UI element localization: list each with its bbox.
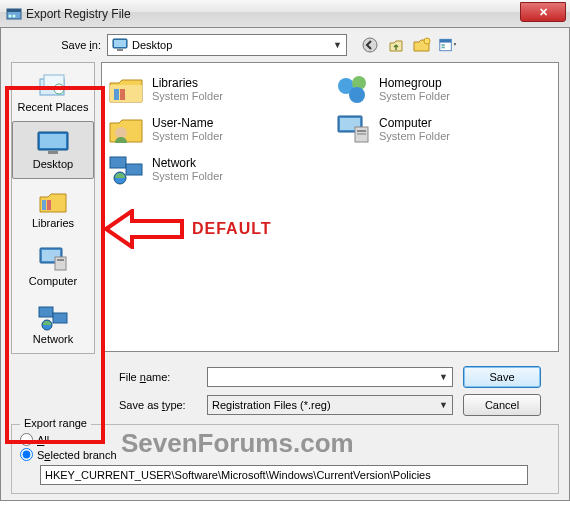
svg-rect-40 — [126, 164, 142, 175]
view-menu-button[interactable] — [439, 36, 457, 54]
svg-point-7 — [363, 38, 377, 52]
svg-rect-20 — [47, 200, 51, 210]
libraries-icon — [108, 73, 144, 105]
item-libraries[interactable]: LibrariesSystem Folder — [108, 73, 325, 105]
export-selected-radio[interactable]: Selected branch — [20, 448, 550, 461]
svg-rect-12 — [441, 47, 444, 49]
filename-label: File name: — [119, 371, 197, 383]
saveastype-label: Save as type: — [119, 399, 197, 411]
titlebar: Export Registry File ✕ — [0, 0, 570, 28]
svg-rect-17 — [40, 134, 66, 148]
places-bar: Recent Places Desktop Libraries Computer… — [11, 62, 95, 354]
file-list[interactable]: LibrariesSystem Folder HomegroupSystem F… — [101, 62, 559, 352]
save-in-row: Save in: Desktop ▼ — [1, 28, 569, 62]
svg-rect-26 — [53, 313, 67, 323]
save-in-value: Desktop — [132, 39, 172, 51]
chevron-down-icon: ▼ — [439, 372, 448, 382]
chevron-down-icon: ▼ — [333, 40, 342, 50]
item-homegroup[interactable]: HomegroupSystem Folder — [335, 73, 552, 105]
svg-point-32 — [349, 87, 365, 103]
item-computer[interactable]: ComputerSystem Folder — [335, 113, 552, 145]
svg-rect-38 — [357, 133, 366, 135]
svg-point-8 — [424, 38, 430, 44]
svg-rect-28 — [114, 89, 119, 100]
radio-selected[interactable] — [20, 448, 33, 461]
annotation-arrow: DEFAULT — [104, 209, 272, 249]
close-button[interactable]: ✕ — [520, 2, 566, 22]
svg-rect-24 — [57, 259, 64, 261]
branch-input[interactable]: HKEY_CURRENT_USER\Software\Microsoft\Win… — [40, 465, 528, 485]
svg-point-3 — [13, 14, 16, 17]
radio-all[interactable] — [20, 433, 33, 446]
save-in-combo[interactable]: Desktop ▼ — [107, 34, 347, 56]
svg-rect-39 — [110, 157, 126, 168]
libraries-icon — [37, 187, 69, 215]
export-all-radio[interactable]: All — [20, 433, 550, 446]
cancel-button[interactable]: Cancel — [463, 394, 541, 416]
toolbar — [361, 36, 457, 54]
filename-input[interactable]: ▼ — [207, 367, 453, 387]
svg-rect-37 — [357, 130, 366, 132]
place-desktop[interactable]: Desktop — [12, 121, 94, 179]
save-in-label: Save in: — [49, 39, 107, 51]
new-folder-button[interactable] — [413, 36, 431, 54]
svg-point-2 — [9, 14, 12, 17]
svg-rect-29 — [120, 89, 125, 100]
computer-icon — [37, 245, 69, 273]
window-title: Export Registry File — [26, 7, 131, 21]
export-range-legend: Export range — [20, 417, 91, 429]
svg-rect-25 — [39, 307, 53, 317]
desktop-icon — [36, 130, 70, 156]
desktop-icon — [112, 37, 128, 53]
place-computer[interactable]: Computer — [12, 237, 94, 295]
svg-rect-5 — [114, 40, 126, 47]
network-icon — [37, 303, 69, 331]
svg-rect-1 — [7, 9, 21, 12]
homegroup-icon — [335, 73, 371, 105]
svg-rect-23 — [55, 257, 66, 270]
computer-icon — [335, 113, 371, 145]
arrow-left-icon — [104, 209, 184, 249]
svg-rect-18 — [48, 151, 58, 154]
back-button[interactable] — [361, 36, 379, 54]
place-network[interactable]: Network — [12, 295, 94, 353]
chevron-down-icon: ▼ — [439, 400, 448, 410]
up-one-level-button[interactable] — [387, 36, 405, 54]
svg-rect-10 — [440, 39, 451, 42]
item-network[interactable]: NetworkSystem Folder — [108, 153, 325, 185]
user-folder-icon — [108, 113, 144, 145]
place-recent[interactable]: Recent Places — [12, 63, 94, 121]
save-button[interactable]: Save — [463, 366, 541, 388]
annotation-label: DEFAULT — [192, 220, 272, 238]
dialog-body: SevenForums.com Save in: Desktop ▼ Recen… — [0, 28, 570, 501]
svg-rect-19 — [42, 200, 46, 210]
recent-places-icon — [37, 71, 69, 99]
place-libraries[interactable]: Libraries — [12, 179, 94, 237]
regedit-icon — [6, 6, 22, 22]
export-range-group: Export range All Selected branch HKEY_CU… — [11, 424, 559, 494]
saveastype-combo[interactable]: Registration Files (*.reg) ▼ — [207, 395, 453, 415]
svg-rect-6 — [117, 49, 123, 51]
network-icon — [108, 153, 144, 185]
item-username[interactable]: User-NameSystem Folder — [108, 113, 325, 145]
svg-rect-11 — [441, 44, 444, 46]
